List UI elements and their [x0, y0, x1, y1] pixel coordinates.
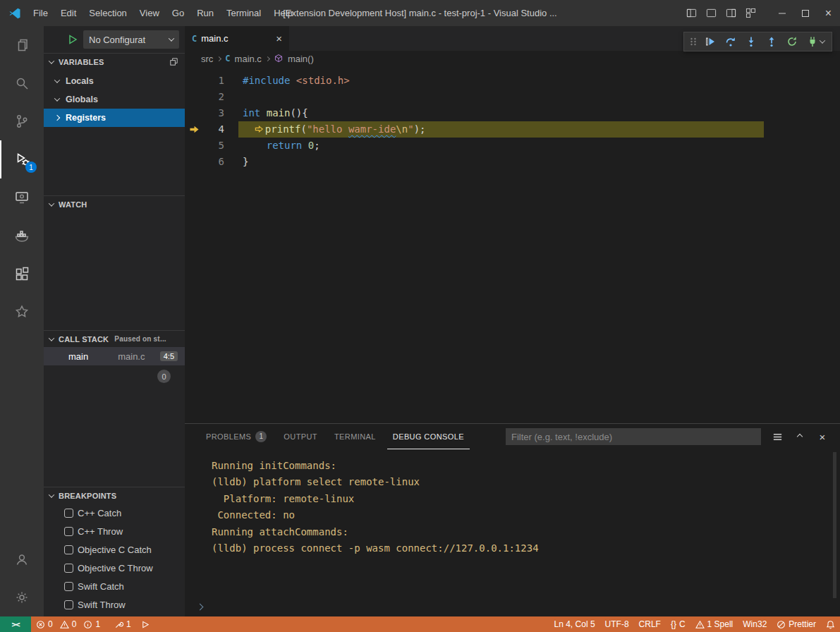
menu-help[interactable]: Help	[267, 0, 299, 26]
breakpoint-row[interactable]: Swift Throw	[44, 595, 185, 614]
star-icon[interactable]	[0, 293, 44, 331]
breakpoints-header[interactable]: BREAKPOINTS	[44, 487, 185, 504]
maximize-button[interactable]	[793, 0, 817, 26]
call-stack-frame[interactable]: main main.c 4:5	[44, 347, 185, 365]
breadcrumb-file[interactable]: main.c	[235, 54, 262, 64]
title-bar: FileEditSelectionViewGoRunTerminalHelp […	[0, 0, 840, 26]
continue-icon[interactable]	[700, 32, 720, 51]
breakpoint-row[interactable]: C++ Throw	[44, 522, 185, 540]
debug-current-line-arrow-icon[interactable]	[185, 121, 203, 138]
chevron-down-icon	[819, 37, 824, 43]
tab-main-c[interactable]: C main.c ×	[185, 26, 289, 51]
close-tab-icon[interactable]: ×	[276, 32, 282, 44]
source-control-icon[interactable]	[0, 102, 44, 140]
close-panel-icon[interactable]: ×	[815, 429, 830, 444]
start-debugging-icon[interactable]	[68, 35, 78, 44]
menu-go[interactable]: Go	[166, 0, 190, 26]
toggle-sidebar-icon[interactable]: rect{stroke:#cccccc;fill:none}	[681, 0, 701, 26]
breakpoint-checkbox[interactable]	[64, 600, 73, 609]
gutter[interactable]	[185, 138, 203, 154]
toggle-panel-icon[interactable]	[701, 0, 721, 26]
tool-status[interactable]: 1	[109, 616, 136, 632]
code-line-5[interactable]: 5 return 0;	[185, 138, 840, 154]
breakpoint-checkbox[interactable]	[64, 582, 73, 591]
toolbar-grip-icon[interactable]	[687, 32, 700, 51]
filter-lines-icon[interactable]	[769, 429, 785, 444]
eol[interactable]: CRLF	[634, 616, 666, 632]
breadcrumb-src[interactable]: src	[201, 54, 213, 64]
breakpoint-row[interactable]: C++ Catch	[44, 504, 185, 522]
settings-gear-icon[interactable]	[0, 578, 44, 616]
gutter[interactable]	[185, 73, 203, 89]
panel-tab-debug-console[interactable]: DEBUG CONSOLE	[387, 424, 470, 449]
disconnect-icon[interactable]	[802, 32, 829, 51]
restart-icon[interactable]	[781, 32, 802, 51]
watch-header[interactable]: WATCH	[44, 195, 185, 212]
menu-file[interactable]: File	[27, 0, 54, 26]
variables-item-locals[interactable]: Locals	[44, 72, 185, 90]
problems-status[interactable]: 0 0 1	[31, 616, 109, 632]
gutter[interactable]	[185, 154, 203, 170]
step-over-icon[interactable]	[720, 32, 741, 51]
gutter[interactable]	[185, 105, 203, 121]
breakpoint-row[interactable]: Objective C Catch	[44, 540, 185, 559]
customize-layout-icon[interactable]	[741, 0, 760, 26]
code-line-1[interactable]: 1#include <stdio.h>	[185, 73, 840, 89]
code-line-6[interactable]: 6}	[185, 154, 840, 170]
panel-tab-terminal[interactable]: TERMINAL	[329, 424, 382, 449]
code-line-3[interactable]: 3int main(){	[185, 105, 840, 121]
docker-icon[interactable]	[0, 217, 44, 255]
code-line-2[interactable]: 2	[185, 89, 840, 105]
breakpoint-checkbox[interactable]	[64, 545, 73, 554]
accounts-icon[interactable]	[0, 540, 44, 578]
console-filter-input[interactable]	[506, 428, 761, 445]
language-mode[interactable]: {} C	[666, 616, 690, 632]
run-and-debug-icon[interactable]: 1	[0, 140, 44, 178]
console-prompt-icon[interactable]	[197, 604, 204, 611]
gutter[interactable]	[185, 89, 203, 105]
call-stack-header[interactable]: CALL STACK Paused on st...	[44, 330, 185, 347]
collapse-all-icon[interactable]	[169, 56, 179, 67]
breadcrumb-symbol[interactable]: main()	[288, 54, 314, 64]
code-editor[interactable]: 1#include <stdio.h>23int main(){4 printf…	[185, 66, 840, 423]
debug-console-status-icon[interactable]	[136, 616, 155, 632]
close-button[interactable]: ×	[817, 0, 840, 26]
menu-run[interactable]: Run	[190, 0, 220, 26]
variables-header[interactable]: VARIABLES	[44, 53, 185, 70]
panel-tab-output[interactable]: OUTPUT	[278, 424, 323, 449]
inline-breakpoint-icon[interactable]	[255, 125, 264, 133]
menu-terminal[interactable]: Terminal	[220, 0, 267, 26]
line-text: int main(){	[238, 105, 308, 121]
toggle-secondary-sidebar-icon[interactable]	[721, 0, 741, 26]
prettier-status[interactable]: Prettier	[772, 616, 821, 632]
console-output[interactable]: Running initCommands:(lldb) platform sel…	[185, 449, 840, 557]
minimize-button[interactable]	[770, 0, 793, 26]
search-icon[interactable]	[0, 64, 44, 102]
encoding[interactable]: UTF-8	[600, 616, 634, 632]
menu-edit[interactable]: Edit	[54, 0, 83, 26]
menu-view[interactable]: View	[133, 0, 166, 26]
variables-item-globals[interactable]: Globals	[44, 90, 185, 109]
platform-status[interactable]: Win32	[738, 616, 772, 632]
menu-selection[interactable]: Selection	[83, 0, 133, 26]
breakpoint-checkbox[interactable]	[64, 564, 73, 573]
panel-tab-problems[interactable]: PROBLEMS1	[200, 424, 272, 449]
spell-status[interactable]: 1 Spell	[690, 616, 738, 632]
step-out-icon[interactable]	[761, 32, 781, 51]
cursor-position[interactable]: Ln 4, Col 5	[549, 616, 600, 632]
breakpoint-row[interactable]: Objective C Throw	[44, 559, 185, 577]
maximize-panel-icon[interactable]	[792, 429, 808, 444]
debug-config-dropdown[interactable]: No Configurat	[83, 30, 179, 49]
breakpoint-row[interactable]: Swift Catch	[44, 577, 185, 595]
remote-indicator[interactable]: ><	[0, 616, 31, 632]
extensions-icon[interactable]	[0, 255, 44, 293]
explorer-icon[interactable]	[0, 26, 44, 64]
breakpoint-checkbox[interactable]	[64, 527, 73, 536]
breakpoint-checkbox[interactable]	[64, 509, 73, 518]
notifications-bell-icon[interactable]	[821, 616, 840, 632]
step-into-icon[interactable]	[741, 32, 761, 51]
warning-count: 0	[72, 619, 77, 629]
variables-item-registers[interactable]: Registers	[44, 109, 185, 127]
code-line-4[interactable]: 4 printf("hello wamr-ide\n");	[185, 121, 840, 138]
remote-explorer-icon[interactable]	[0, 178, 44, 217]
